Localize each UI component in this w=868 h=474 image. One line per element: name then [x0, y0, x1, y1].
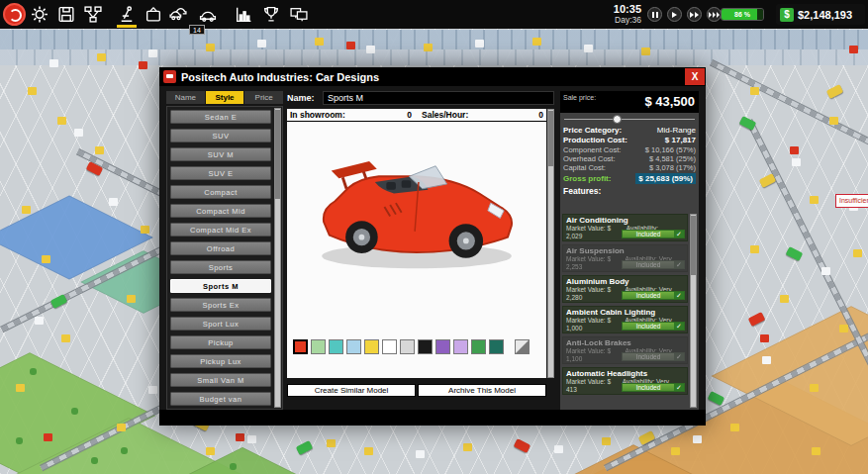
model-item-small-van-m[interactable]: Small Van M [170, 373, 271, 387]
component-cost-row: Component Cost: $ 10,166 (57%) [560, 145, 699, 154]
time-display: 10:35 [586, 3, 641, 15]
model-item-sports-ex[interactable]: Sports Ex [170, 298, 271, 312]
feature-name: Anti-Lock Brakes [563, 337, 687, 347]
fast-forward-button[interactable] [687, 7, 702, 22]
model-item-compact[interactable]: Compact [170, 185, 271, 199]
color-swatch-custom[interactable] [515, 339, 530, 354]
car-showroom-icon[interactable] [198, 5, 218, 24]
price-category-label: Price Category: [563, 126, 622, 136]
features-label: Features: [560, 185, 699, 197]
model-name-input[interactable] [323, 91, 554, 105]
money-value: $2,148,193 [798, 9, 852, 21]
stats-chart-icon[interactable] [234, 5, 253, 24]
model-item-budget-van[interactable]: Budget van [170, 392, 271, 406]
feature-card: Air SuspensionMarket Value: $ 2,253Avail… [562, 244, 688, 272]
feature-included-toggle[interactable]: Included✓ [622, 230, 685, 238]
feature-market-value: Market Value: $ 2,280 [566, 286, 626, 302]
feature-market-value: Market Value: $ 413 [566, 378, 623, 394]
model-item-sports-m[interactable]: Sports M [170, 279, 271, 293]
showroom-label: In showroom: [290, 110, 345, 120]
game-screen: Insufficient Resource [0, 0, 868, 474]
dialog-car-icon [163, 70, 176, 83]
color-swatch-1[interactable] [311, 339, 326, 354]
settings-gear-icon[interactable] [30, 5, 49, 24]
color-swatch-4[interactable] [364, 339, 379, 354]
insufficient-resource-notice[interactable]: Insufficient Resource [835, 194, 868, 208]
production-cost-value: $ 17,817 [665, 136, 696, 145]
map-car [514, 438, 530, 453]
feature-included-toggle[interactable]: Included✓ [622, 291, 685, 300]
production-flow-icon[interactable] [83, 5, 103, 24]
model-item-sport-lux[interactable]: Sport Lux [170, 317, 271, 331]
scrollbar-thumb[interactable] [548, 111, 553, 166]
map-car [296, 440, 313, 455]
showroom-value: 0 [407, 110, 412, 120]
model-item-compact-mid[interactable]: Compact Mid [170, 204, 271, 218]
pause-button[interactable] [647, 7, 662, 22]
positech-logo-icon[interactable] [3, 3, 26, 26]
color-swatch-3[interactable] [346, 339, 361, 354]
color-swatch-6[interactable] [400, 339, 415, 354]
price-category-row: Price Category: Mid-Range [560, 126, 699, 136]
color-swatch-2[interactable] [329, 339, 343, 354]
check-icon: ✓ [674, 384, 684, 391]
fastest-forward-button[interactable] [707, 7, 722, 22]
play-button[interactable] [667, 7, 682, 22]
slider-handle[interactable] [613, 115, 622, 124]
monitors-icon[interactable] [289, 5, 309, 24]
sale-price-label: Sale price: [563, 94, 596, 101]
included-label: Included [623, 323, 674, 330]
feature-card: Automatic HeadlightsMarket Value: $ 413A… [562, 367, 688, 395]
model-item-offroad[interactable]: Offroad [170, 241, 271, 255]
check-icon: ✓ [674, 261, 684, 268]
model-item-suv-e[interactable]: SUV E [170, 166, 271, 180]
color-swatch-10[interactable] [471, 339, 486, 354]
model-item-suv-m[interactable]: SUV M [170, 147, 271, 161]
tab-name[interactable]: Name [166, 91, 205, 104]
scrollbar-thumb[interactable] [275, 110, 280, 199]
feature-market-value: Market Value: $ 1,100 [566, 347, 626, 363]
tab-price[interactable]: Price [244, 91, 283, 104]
feature-included-toggle[interactable]: Included✓ [622, 322, 685, 331]
capital-cost-label: Capital Cost: [563, 163, 606, 172]
scrollbar-thumb[interactable] [691, 216, 696, 275]
check-icon: ✓ [674, 292, 684, 299]
archive-this-model-button[interactable]: Archive This Model [418, 384, 546, 397]
sale-price-bar: Sale price: $ 43,500 [560, 91, 699, 113]
feature-card: Aluminium BodyMarket Value: $ 2,280Avail… [562, 275, 688, 303]
feature-list-scrollbar[interactable] [690, 214, 697, 408]
model-item-compact-mid-ex[interactable]: Compact Mid Ex [170, 223, 271, 237]
gross-profit-label: Gross profit: [563, 174, 611, 183]
feature-included-toggle[interactable]: Included✓ [622, 383, 685, 392]
color-swatch-9[interactable] [453, 339, 468, 354]
close-button[interactable]: X [685, 68, 705, 85]
model-item-sports[interactable]: Sports [170, 260, 271, 274]
save-icon[interactable] [56, 5, 76, 24]
car-preview-panel: Name: In showroom: 0 Sales/Hour: 0 [287, 91, 554, 410]
achievements-trophy-icon[interactable] [261, 5, 281, 24]
tv-marketing-icon[interactable] [144, 5, 163, 24]
color-swatch-7[interactable] [418, 339, 433, 354]
active-tool-underline [117, 25, 137, 28]
preview-scrollbar[interactable] [547, 109, 554, 378]
model-item-pickup-lux[interactable]: Pickup Lux [170, 354, 271, 368]
preview-stats-header: In showroom: 0 Sales/Hour: 0 [287, 109, 546, 122]
model-item-sedan-e[interactable]: Sedan E [170, 110, 271, 124]
color-swatch-8[interactable] [435, 339, 450, 354]
tab-style[interactable]: Style [206, 91, 244, 104]
model-list-scrollbar[interactable] [274, 108, 281, 408]
model-item-suv[interactable]: SUV [170, 129, 271, 142]
vehicles-icon[interactable] [168, 5, 188, 24]
dollar-icon: $ [780, 8, 794, 22]
research-microscope-icon[interactable] [117, 5, 137, 24]
overhead-cost-label: Overhead Cost: [563, 154, 616, 163]
create-similar-model-button[interactable]: Create Similar Model [287, 384, 416, 397]
color-swatch-11[interactable] [489, 339, 504, 354]
feature-included-toggle[interactable]: Included✓ [622, 352, 685, 361]
color-swatch-5[interactable] [382, 339, 397, 354]
included-label: Included [623, 261, 674, 268]
feature-card: Air ConditioningMarket Value: $ 2,029Ava… [562, 214, 688, 241]
model-item-pickup[interactable]: Pickup [170, 335, 271, 349]
color-swatch-0[interactable] [293, 339, 308, 354]
feature-included-toggle[interactable]: Included✓ [622, 260, 685, 269]
